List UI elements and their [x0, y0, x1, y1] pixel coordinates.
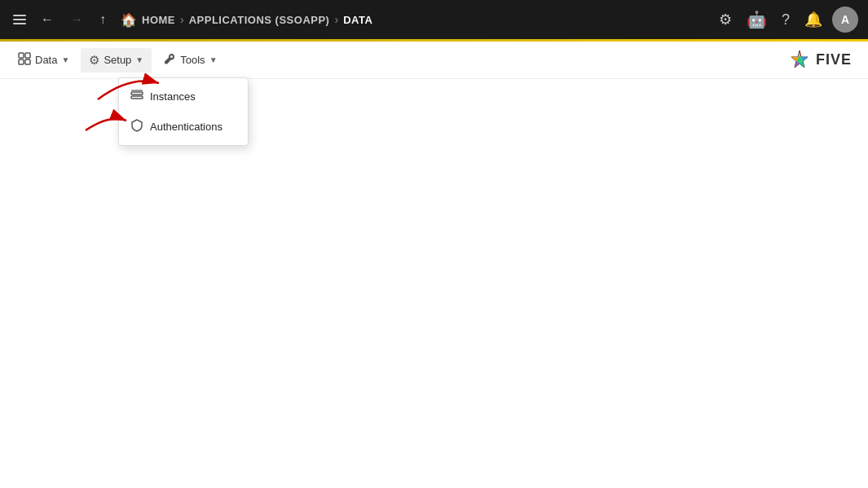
svg-rect-4 — [131, 92, 143, 95]
breadcrumb-home[interactable]: HOME — [142, 14, 175, 26]
dropdown-item-authentications[interactable]: Authentications — [119, 112, 248, 142]
breadcrumb-app[interactable]: APPLICATIONS (SSOAPP) — [189, 14, 330, 26]
tools-arrow-icon: ▼ — [209, 55, 218, 64]
svg-rect-6 — [131, 90, 143, 91]
svg-rect-1 — [25, 53, 30, 58]
breadcrumb-sep-2: › — [334, 13, 338, 26]
top-navbar: ← → ↑ 🏠 HOME › APPLICATIONS (SSOAPP) › D… — [0, 0, 868, 39]
shield-icon — [130, 119, 143, 134]
robot-icon[interactable]: 🤖 — [742, 7, 772, 33]
help-icon[interactable]: ? — [777, 8, 795, 32]
bell-icon[interactable]: 🔔 — [800, 7, 827, 32]
wrench-icon — [163, 52, 176, 68]
nav-right-icons: ⚙ 🤖 ? 🔔 A — [714, 7, 858, 33]
svg-rect-2 — [19, 59, 24, 64]
authentications-label: Authentications — [150, 121, 223, 133]
toolbar: Data ▼ ⚙ Setup ▼ Tools ▼ Instanc — [0, 42, 868, 79]
dropdown-item-instances[interactable]: Instances — [119, 81, 248, 112]
hamburger-menu[interactable] — [10, 11, 29, 28]
data-menu-button[interactable]: Data ▼ — [10, 47, 77, 73]
grid-icon — [18, 52, 31, 68]
breadcrumb: 🏠 HOME › APPLICATIONS (SSOAPP) › DATA — [121, 12, 372, 28]
back-button[interactable]: ← — [36, 9, 59, 30]
setup-button-label: Setup — [104, 54, 131, 66]
svg-rect-5 — [131, 96, 143, 99]
tools-button-label: Tools — [180, 54, 205, 66]
svg-rect-0 — [19, 53, 24, 58]
up-button[interactable]: ↑ — [95, 9, 111, 30]
user-avatar[interactable]: A — [832, 7, 858, 33]
breadcrumb-data[interactable]: DATA — [343, 14, 372, 26]
svg-rect-3 — [25, 59, 30, 64]
setup-menu-button[interactable]: ⚙ Setup ▼ — [81, 48, 152, 73]
instances-label: Instances — [150, 90, 196, 103]
breadcrumb-sep-1: › — [180, 13, 184, 26]
tools-menu-button[interactable]: Tools ▼ — [155, 47, 225, 73]
setup-dropdown: Instances Authentications — [118, 77, 249, 146]
five-star-icon — [788, 49, 811, 72]
setup-arrow-icon: ▼ — [135, 55, 143, 64]
data-arrow-icon: ▼ — [61, 55, 69, 64]
layers-icon — [130, 89, 143, 104]
home-icon: 🏠 — [121, 12, 137, 28]
five-logo: FIVE — [788, 49, 858, 72]
forward-button[interactable]: → — [65, 9, 88, 30]
data-button-label: Data — [35, 54, 57, 66]
logo-text: FIVE — [816, 51, 852, 68]
settings-icon[interactable]: ⚙ — [714, 7, 737, 32]
gear-icon: ⚙ — [89, 53, 99, 68]
